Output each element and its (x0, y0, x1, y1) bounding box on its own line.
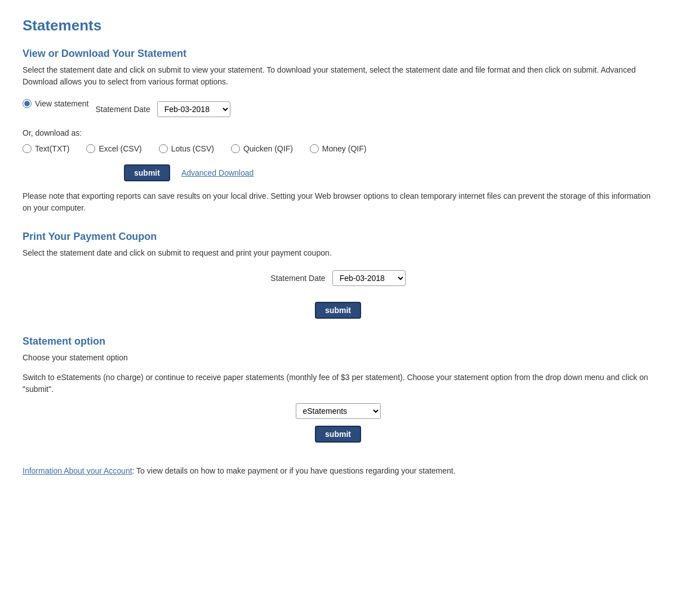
info-about-account-link[interactable]: Information About your Account (23, 466, 132, 475)
payment-coupon-form: Statement Date Feb-03-2018 submit (23, 270, 653, 319)
statement-option-select[interactable]: eStatements Paper Statements (296, 403, 381, 419)
footer-info-text: : To view details on how to make payment… (132, 466, 456, 475)
download-option-money: Money (QIF) (310, 144, 367, 153)
money-label: Money (QIF) (322, 144, 367, 153)
download-option-excel: Excel (CSV) (86, 144, 141, 153)
payment-coupon-heading: Print Your Payment Coupon (23, 231, 653, 243)
view-download-heading: View or Download Your Statement (23, 48, 653, 60)
view-statement-radio-group: View statement (23, 99, 88, 108)
statement-option-submit-button[interactable]: submit (315, 426, 361, 443)
advanced-download-link[interactable]: Advanced Download (181, 168, 254, 177)
view-statement-row: View statement Statement Date Feb-03-201… (23, 99, 653, 119)
statement-option-heading: Statement option (23, 336, 653, 347)
view-download-submit-button[interactable]: submit (124, 164, 170, 181)
statement-date-label: Statement Date (95, 105, 150, 114)
statement-option-line2: Switch to eStatements (no charge) or con… (23, 372, 653, 395)
excel-label: Excel (CSV) (99, 144, 141, 153)
statement-option-line1: Choose your statement option (23, 352, 653, 364)
export-note: Please note that exporting reports can s… (23, 190, 653, 214)
payment-coupon-description: Select the statement date and click on s… (23, 247, 653, 259)
page-title: Statements (23, 17, 653, 34)
view-download-description: Select the statement date and click on s… (23, 64, 653, 88)
download-option-txt: Text(TXT) (23, 144, 69, 153)
download-option-lotus: Lotus (CSV) (159, 144, 214, 153)
view-statement-label: View statement (35, 99, 88, 108)
or-download-label: Or, download as: (23, 128, 653, 137)
statement-option-section: Statement option Choose your statement o… (23, 336, 653, 443)
txt-radio[interactable] (23, 144, 32, 153)
money-radio[interactable] (310, 144, 319, 153)
statement-option-form: eStatements Paper Statements submit (23, 403, 653, 443)
quicken-radio[interactable] (231, 144, 240, 153)
coupon-date-row: Statement Date Feb-03-2018 (270, 270, 405, 286)
quicken-label: Quicken (QIF) (243, 144, 293, 153)
coupon-date-select[interactable]: Feb-03-2018 (332, 270, 406, 286)
footer-note: Information About your Account: To view … (23, 459, 653, 477)
view-download-section: View or Download Your Statement Select t… (23, 48, 653, 214)
submit-actions-row: submit Advanced Download (23, 164, 653, 181)
download-option-quicken: Quicken (QIF) (231, 144, 293, 153)
coupon-date-label: Statement Date (270, 274, 325, 283)
txt-label: Text(TXT) (35, 144, 69, 153)
statement-date-select[interactable]: Feb-03-2018 (157, 101, 230, 117)
download-options-group: Text(TXT) Excel (CSV) Lotus (CSV) Quicke… (23, 144, 653, 153)
coupon-submit-button[interactable]: submit (315, 302, 361, 319)
lotus-radio[interactable] (159, 144, 168, 153)
excel-radio[interactable] (86, 144, 95, 153)
payment-coupon-section: Print Your Payment Coupon Select the sta… (23, 231, 653, 319)
lotus-label: Lotus (CSV) (171, 144, 214, 153)
view-statement-radio[interactable] (23, 99, 32, 108)
